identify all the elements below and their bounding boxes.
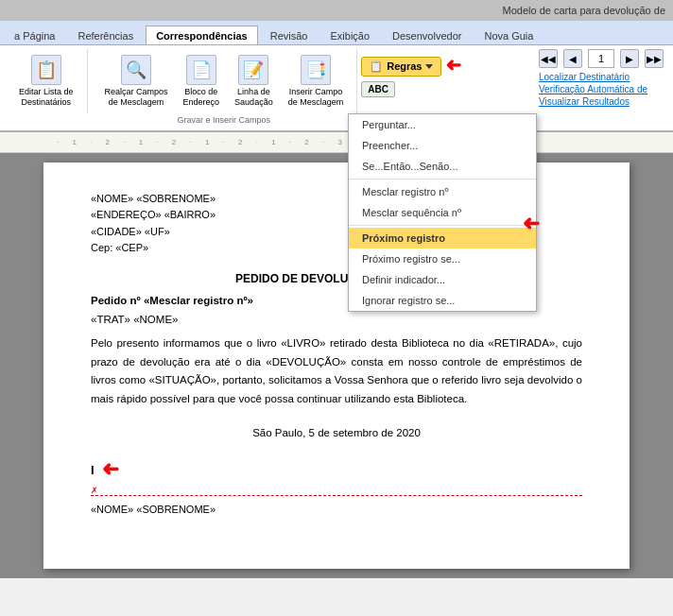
linha-saudacao-btn[interactable]: 📝 Linha deSaudação — [229, 51, 279, 111]
tab-revisao[interactable]: Revisão — [260, 26, 319, 44]
inserir-icon: 📑 — [301, 55, 331, 85]
tab-nova-guia[interactable]: Nova Guia — [474, 26, 544, 44]
title-bar: Modelo de carta para devolução de — [0, 0, 673, 21]
editar-lista-btn[interactable]: 📋 Editar Lista deDestinatários — [13, 51, 79, 111]
document-area: «NOME» «SOBRENOME» «ENDEREÇO» «BAIRRO» «… — [0, 153, 673, 578]
dropdown-mesclar-seq[interactable]: Mesclar sequência nº — [349, 202, 536, 223]
linha-icon: 📝 — [238, 55, 268, 85]
ribbon-group-editar: 📋 Editar Lista deDestinatários — [6, 49, 88, 113]
cursor-symbol: I — [91, 463, 95, 477]
dropdown-mesclar-reg[interactable]: Mesclar registro nº — [349, 181, 536, 202]
dropdown-perguntar[interactable]: Perguntar... — [349, 114, 536, 135]
rules-dropdown: Perguntar... Preencher... Se...Então...S… — [348, 113, 537, 312]
document-page: «NOME» «SOBRENOME» «ENDEREÇO» «BAIRRO» «… — [43, 163, 630, 569]
realcar-campos-btn[interactable]: 🔍 Realçar Camposde Mesclagem — [99, 51, 174, 111]
dropdown-proximo-reg[interactable]: Próximo registro — [349, 228, 536, 248]
tab-a-pagina[interactable]: a Página — [4, 26, 65, 44]
group-buttons-editar: 📋 Editar Lista deDestinatários — [13, 51, 79, 111]
nav-prev-btn[interactable]: ◀ — [563, 49, 582, 68]
ribbon-right: ◀◀ ◀ ▶ ▶▶ Localizar Destinatário Verific… — [539, 49, 667, 107]
nav-first-btn[interactable]: ◀◀ — [539, 49, 558, 68]
rules-dropdown-arrow — [425, 64, 433, 69]
bloco-label: Bloco deEndereço — [183, 87, 220, 108]
dropdown-proximo-reg-se[interactable]: Próximo registro se... — [349, 248, 536, 269]
right-links: Localizar Destinatário Verificação Autom… — [539, 72, 664, 107]
editar-lista-label: Editar Lista deDestinatários — [19, 87, 74, 108]
doc-greeting: «TRAT» «NOME» — [91, 314, 582, 325]
dropdown-ignorar-reg[interactable]: Ignorar registro se... — [349, 290, 536, 311]
group-buttons-campos: 🔍 Realçar Camposde Mesclagem 📄 Bloco deE… — [99, 51, 350, 111]
doc-signatory: «NOME» «SOBRENOME» — [91, 504, 582, 515]
tab-referencias[interactable]: Referências — [67, 26, 144, 44]
nav-last-btn[interactable]: ▶▶ — [645, 49, 664, 68]
bloco-icon: 📄 — [186, 55, 216, 85]
doc-date: São Paulo, 5 de setembro de 2020 — [91, 427, 582, 438]
tab-correspondencias[interactable]: Correspondências — [146, 26, 258, 44]
rules-button[interactable]: 📋 Regras — [361, 57, 441, 77]
ruler: · 1 · 2 · 1 · 2 · 1 · 2 · 1 · 2 · 3 · 14… — [0, 132, 673, 153]
doc-cursor-line: I ➜ — [91, 457, 582, 482]
rules-area: 📋 Regras ➜ ABC — [361, 49, 461, 97]
ribbon-group-campos: 🔍 Realçar Camposde Mesclagem 📄 Bloco deE… — [92, 49, 358, 127]
tab-desenvolvedor[interactable]: Desenvolvedor — [382, 26, 472, 44]
dropdown-divider-1 — [349, 179, 536, 180]
realcar-label: Realçar Camposde Mesclagem — [105, 87, 168, 108]
rules-label: Regras — [387, 60, 422, 72]
red-arrow-rules: ➜ — [445, 55, 461, 77]
rules-icon: 📋 — [370, 60, 383, 73]
signature-line: ✗ — [91, 486, 582, 496]
realcar-icon: 🔍 — [121, 55, 151, 85]
abc-button[interactable]: ABC — [361, 81, 395, 97]
bloco-endereco-btn[interactable]: 📄 Bloco deEndereço — [178, 51, 226, 111]
dropdown-divider-2 — [349, 225, 536, 226]
tab-exibicao[interactable]: Exibição — [319, 26, 380, 44]
ribbon-toolbar: 📋 Editar Lista deDestinatários 🔍 Realçar… — [0, 45, 673, 132]
title-text: Modelo de carta para devolução de — [503, 5, 665, 16]
dropdown-definir-ind[interactable]: Definir indicador... — [349, 269, 536, 290]
editar-lista-icon: 📋 — [31, 55, 61, 85]
inserir-campo-btn[interactable]: 📑 Inserir Campode Mesclagem — [283, 51, 350, 111]
localizar-link[interactable]: Localizar Destinatário — [539, 72, 664, 82]
nav-next-btn[interactable]: ▶ — [620, 49, 639, 68]
dropdown-preencher[interactable]: Preencher... — [349, 135, 536, 156]
doc-body: Pelo presento informamos que o livro «LI… — [91, 334, 582, 408]
red-arrow-cursor: ➜ — [102, 457, 119, 482]
visualizar-link[interactable]: Visualizar Resultados — [539, 96, 664, 107]
page-number-input[interactable] — [588, 49, 614, 68]
gravar-inserir-label: Gravar e Inserir Campos — [178, 115, 271, 125]
inserir-label: Inserir Campode Mesclagem — [288, 87, 344, 108]
ribbon-tabs: a Página Referências Correspondências Re… — [0, 21, 673, 45]
nav-row: ◀◀ ◀ ▶ ▶▶ — [539, 49, 664, 68]
red-arrow-dropdown: ➜ — [523, 212, 540, 236]
verificacao-link[interactable]: Verificação Automática de — [539, 84, 664, 94]
linha-label: Linha deSaudação — [234, 87, 273, 108]
dropdown-se-entao[interactable]: Se...Então...Senão... — [349, 156, 536, 177]
